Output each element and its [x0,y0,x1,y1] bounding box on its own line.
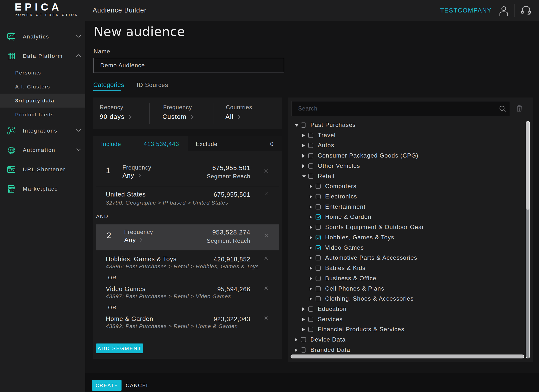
tree-collapse-icon[interactable] [295,124,298,127]
tree-expand-icon[interactable] [302,307,305,311]
trash-icon[interactable] [516,105,523,113]
tree-node-label[interactable]: Retail [318,172,335,179]
tree-node-label[interactable]: Cell Phones & Plans [325,285,384,292]
tree-expand-icon[interactable] [310,246,312,250]
tree-expand-icon[interactable] [302,318,305,321]
checkbox-unchecked[interactable] [316,204,321,209]
checkbox-unchecked[interactable] [316,296,321,301]
sidebar-item-personas[interactable]: Personas [0,66,85,80]
remove-segment-icon[interactable] [264,168,269,174]
sidebar-item-analytics[interactable]: Analytics [0,30,85,44]
tree-node-label[interactable]: Clothing, Shoes & Accessories [325,295,414,302]
tab-include[interactable]: Include 413,539,443 [93,136,188,151]
vertical-scrollbar[interactable] [526,121,530,358]
tree-expand-icon[interactable] [302,134,305,137]
tree-node-label[interactable]: Video Games [325,244,364,251]
checkbox-unchecked[interactable] [301,122,306,128]
checkbox-unchecked[interactable] [316,225,321,230]
horizontal-scrollbar[interactable] [291,355,524,358]
sidebar-item-integrations[interactable]: Integrations [0,124,85,138]
tree-expand-icon[interactable] [310,277,312,280]
tree-node-label[interactable]: Other Vehicles [318,162,360,169]
tree-expand-icon[interactable] [310,287,312,291]
tree-node-label[interactable]: Computers [325,183,356,190]
search-input[interactable] [292,101,510,116]
tree-expand-icon[interactable] [302,154,305,158]
tree-node-label[interactable]: Entertainment [325,203,366,210]
tree-node-label[interactable]: Automotive Parts & Accessories [325,254,417,261]
tree-node-label[interactable]: Services [318,316,343,323]
checkbox-unchecked[interactable] [316,184,321,189]
checkbox-unchecked[interactable] [308,317,313,322]
tree-node-label[interactable]: Past Purchases [310,122,356,128]
tree-node-label[interactable]: Financial Products & Services [318,326,404,333]
tree-expand-icon[interactable] [310,185,312,188]
tree-node-label[interactable]: Home & Garden [325,213,371,220]
tree-expand-icon[interactable] [310,195,312,198]
checkbox-checked[interactable] [316,235,321,240]
checkbox-unchecked[interactable] [308,153,313,158]
headset-icon[interactable] [520,5,532,17]
tree-node-label[interactable]: Consumer Packaged Goods (CPG) [318,152,418,159]
sidebar-item-url-shortener[interactable]: URL Shortener [0,162,85,176]
checkbox-unchecked[interactable] [308,143,313,148]
sidebar-item-automation[interactable]: Automation [0,143,85,157]
segment-frequency-value[interactable]: Any [122,172,141,179]
create-button[interactable]: CREATE [92,380,122,391]
checkbox-unchecked[interactable] [316,286,321,291]
remove-item-icon[interactable] [264,191,269,196]
tree-expand-icon[interactable] [310,236,312,239]
tree-expand-icon[interactable] [295,348,297,352]
tree-expand-icon[interactable] [310,226,312,229]
tree-node-label[interactable]: Branded Data [310,346,350,353]
frequency-value[interactable]: Custom [162,113,194,121]
remove-segment-icon[interactable] [264,233,269,238]
tree-node-label[interactable]: Electronics [325,193,357,200]
tree-node-label[interactable]: Travel [318,132,336,139]
user-icon[interactable] [499,5,509,17]
tree-collapse-icon[interactable] [302,175,306,178]
sidebar-item-a-i-clusters[interactable]: A.I. Clusters [0,80,85,94]
checkbox-unchecked[interactable] [316,194,321,199]
tree-node-label[interactable]: Business & Office [325,275,376,282]
checkbox-unchecked[interactable] [308,163,313,169]
tree-node-label[interactable]: Babies & Kids [325,265,366,271]
tree-expand-icon[interactable] [310,267,312,270]
tab-exclude[interactable]: Exclude 0 [188,136,282,151]
tree-expand-icon[interactable] [302,328,305,331]
countries-value[interactable]: All [225,113,241,121]
tree-expand-icon[interactable] [310,256,312,260]
checkbox-unchecked[interactable] [308,133,313,138]
checkbox-checked[interactable] [316,245,321,250]
sidebar-item-data-platform[interactable]: Data Platform [0,49,85,63]
sidebar-item-product-feeds[interactable]: Product feeds [0,108,85,122]
remove-item-icon[interactable] [264,286,269,291]
tab-id-sources[interactable]: ID Sources [137,82,168,88]
cancel-button[interactable]: CANCEL [126,382,149,388]
tree-expand-icon[interactable] [310,205,312,209]
checkbox-unchecked[interactable] [308,174,313,179]
sidebar-item-3rd-party-data[interactable]: 3rd party data [0,94,85,108]
checkbox-unchecked[interactable] [301,347,306,353]
remove-item-icon[interactable] [264,256,269,261]
segment-frequency-value[interactable]: Any [124,236,143,244]
checkbox-checked[interactable] [316,214,321,220]
checkbox-unchecked[interactable] [308,306,313,312]
tree-expand-icon[interactable] [302,144,305,147]
sidebar-item-marketplace[interactable]: Marketplace [0,182,85,196]
tree-node-label[interactable]: Autos [318,142,334,149]
tree-node-label[interactable]: Education [318,306,347,312]
checkbox-unchecked[interactable] [301,337,306,342]
tree-node-label[interactable]: Hobbies, Games & Toys [325,234,394,241]
tab-categories[interactable]: Categories [93,81,124,88]
remove-item-icon[interactable] [264,316,269,321]
checkbox-unchecked[interactable] [316,266,321,271]
tree-expand-icon[interactable] [295,338,297,342]
name-input[interactable] [93,58,284,73]
recency-value[interactable]: 90 days [100,113,132,121]
epica-logo[interactable]: EPICA POWER OF PREDICTION [15,2,79,17]
company-name[interactable]: TESTCOMPANY [440,7,492,14]
tree-expand-icon[interactable] [310,297,312,301]
checkbox-unchecked[interactable] [316,255,321,260]
add-segment-button[interactable]: ADD SEGMENT [96,343,143,353]
